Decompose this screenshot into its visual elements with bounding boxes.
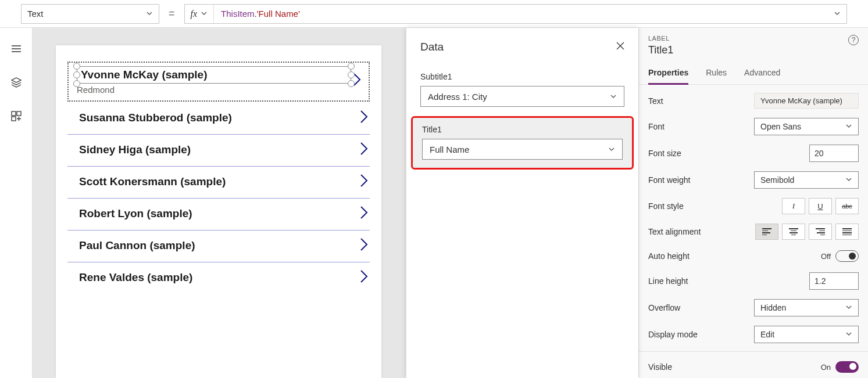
resize-handle[interactable] xyxy=(348,80,355,87)
tab-advanced[interactable]: Advanced xyxy=(744,63,780,84)
font-value: Open Sans xyxy=(760,122,801,131)
subtitle1-value: Address 1: City xyxy=(428,92,487,102)
gallery-item-selected[interactable]: Yvonne McKay (sample) Redmond xyxy=(67,62,370,102)
field-label: Subtitle1 xyxy=(420,72,624,81)
gallery-item-title: Paul Cannon (sample) xyxy=(79,239,358,252)
formula-token-thisitem: ThisItem xyxy=(221,9,255,19)
strikethrough-button[interactable]: abc xyxy=(835,198,859,214)
align-center-button[interactable] xyxy=(782,224,805,240)
gallery-item[interactable]: Rene Valdes (sample) xyxy=(67,262,370,294)
displaymode-value: Edit xyxy=(760,330,774,339)
properties-tabs: Properties Rules Advanced xyxy=(639,61,868,85)
property-dropdown[interactable]: Text xyxy=(21,4,159,24)
italic-button[interactable]: I xyxy=(782,198,805,214)
tab-properties[interactable]: Properties xyxy=(648,63,688,85)
fx-icon: fx xyxy=(191,9,198,19)
chevron-right-icon[interactable] xyxy=(358,236,370,255)
chevron-down-icon[interactable] xyxy=(201,9,208,19)
formula-input[interactable]: fx ThisItem.'Full Name' xyxy=(184,4,847,24)
gallery-item-title: Scott Konersmann (sample) xyxy=(79,175,358,188)
svg-rect-1 xyxy=(17,111,21,116)
prop-label-displaymode: Display mode xyxy=(648,330,698,339)
insert-icon[interactable] xyxy=(10,110,22,124)
title-label-selected[interactable]: Yvonne McKay (sample) xyxy=(77,66,351,84)
chevron-right-icon[interactable] xyxy=(358,268,370,287)
prop-value-text[interactable]: Yvonne McKay (sample) xyxy=(754,93,859,109)
toggle-state-label: On xyxy=(821,363,831,372)
toggle-state-label: Off xyxy=(821,252,831,261)
gallery-item-title: Robert Lyon (sample) xyxy=(79,207,358,220)
overflow-dropdown[interactable]: Hidden xyxy=(754,299,859,316)
gallery-item-title: Sidney Higa (sample) xyxy=(79,143,358,156)
gallery-item[interactable]: Paul Cannon (sample) xyxy=(67,231,370,262)
equals-sign: = xyxy=(165,8,178,20)
svg-rect-2 xyxy=(12,117,16,121)
close-icon[interactable] xyxy=(616,42,624,52)
resize-handle[interactable] xyxy=(73,71,80,78)
chevron-down-icon xyxy=(146,9,153,19)
control-type-label: LABEL xyxy=(648,35,673,42)
prop-label-autoheight: Auto height xyxy=(648,251,690,261)
gallery-item-title: Rene Valdes (sample) xyxy=(79,271,358,284)
prop-label-font: Font xyxy=(648,122,665,131)
resize-handle[interactable] xyxy=(73,63,80,70)
data-panel-title: Data xyxy=(420,41,444,53)
resize-handle[interactable] xyxy=(348,63,355,70)
gallery-item[interactable]: Sidney Higa (sample) xyxy=(67,135,370,167)
resize-handle[interactable] xyxy=(73,80,80,87)
hamburger-icon[interactable] xyxy=(10,43,22,57)
resize-handle[interactable] xyxy=(348,71,355,78)
displaymode-dropdown[interactable]: Edit xyxy=(754,326,859,343)
underline-button[interactable]: U xyxy=(809,198,832,214)
prop-label-fontsize: Font size xyxy=(648,149,681,158)
gallery-item-title: Yvonne McKay (sample) xyxy=(81,69,208,81)
control-name: Title1 xyxy=(648,44,673,56)
prop-label-text: Text xyxy=(648,96,663,106)
chevron-down-icon xyxy=(610,92,617,102)
fontweight-value: Semibold xyxy=(760,175,794,185)
prop-label-visible: Visible xyxy=(648,362,672,372)
align-left-button[interactable] xyxy=(755,224,778,240)
gallery-item-title: Susanna Stubberod (sample) xyxy=(79,111,358,124)
visible-toggle[interactable]: On xyxy=(821,361,859,373)
properties-panel: LABEL Title1 ? Properties Rules Advanced… xyxy=(638,28,868,378)
subtitle1-dropdown[interactable]: Address 1: City xyxy=(420,86,624,107)
chevron-right-icon[interactable] xyxy=(358,109,370,127)
align-justify-button[interactable] xyxy=(835,224,859,240)
left-rail xyxy=(0,28,33,378)
chevron-down-icon xyxy=(845,303,852,312)
chevron-down-icon xyxy=(845,122,852,131)
font-dropdown[interactable]: Open Sans xyxy=(754,118,859,135)
autoheight-toggle[interactable]: Off xyxy=(821,250,859,262)
prop-label-lineheight: Line height xyxy=(648,276,688,286)
lineheight-input[interactable]: 1.2 xyxy=(809,272,859,290)
formula-text[interactable]: ThisItem.'Full Name' xyxy=(214,9,828,19)
gallery-item[interactable]: Robert Lyon (sample) xyxy=(67,199,370,231)
chevron-right-icon[interactable] xyxy=(358,141,370,159)
prop-label-fontstyle: Font style xyxy=(648,201,684,211)
layers-icon[interactable] xyxy=(10,77,22,91)
fontweight-dropdown[interactable]: Semibold xyxy=(754,171,859,189)
chevron-right-icon[interactable] xyxy=(358,172,370,191)
tab-rules[interactable]: Rules xyxy=(706,63,727,84)
title1-dropdown[interactable]: Full Name xyxy=(422,139,623,160)
gallery-item[interactable]: Susanna Stubberod (sample) xyxy=(67,103,370,135)
gallery-item-subtitle: Redmond xyxy=(77,85,351,95)
chevron-down-icon xyxy=(834,9,841,19)
formula-expand[interactable] xyxy=(828,9,846,19)
prop-label-overflow: Overflow xyxy=(648,303,680,312)
field-title1-highlighted: Title1 Full Name xyxy=(411,116,634,170)
align-right-button[interactable] xyxy=(809,224,832,240)
help-icon[interactable]: ? xyxy=(848,35,859,45)
title1-value: Full Name xyxy=(430,145,469,154)
field-label: Title1 xyxy=(422,125,623,134)
chevron-down-icon xyxy=(845,330,852,339)
prop-label-fontweight: Font weight xyxy=(648,175,690,185)
fx-label-area: fx xyxy=(185,5,215,23)
chevron-right-icon[interactable] xyxy=(358,204,370,223)
formula-token-field: 'Full Name' xyxy=(257,9,300,19)
overflow-value: Hidden xyxy=(760,303,786,312)
fontsize-input[interactable]: 20 xyxy=(809,145,859,162)
gallery-item[interactable]: Scott Konersmann (sample) xyxy=(67,167,370,199)
chevron-down-icon xyxy=(845,175,852,185)
